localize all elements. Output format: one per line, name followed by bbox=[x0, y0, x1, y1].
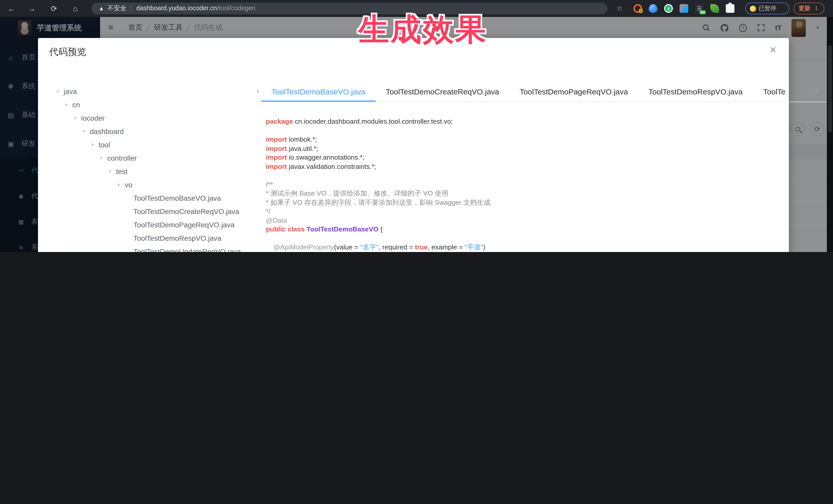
url-divider: | bbox=[130, 5, 133, 12]
file-tabs-bar: ‹ ToolTestDemoBaseVO.javaToolTestDemoCre… bbox=[257, 82, 785, 102]
file-tab[interactable]: ToolTestDemoPageReqVO.java bbox=[509, 82, 638, 102]
list-extension-icon[interactable]: ☰on bbox=[695, 4, 704, 13]
dialog-title: 代码预览 bbox=[49, 46, 86, 58]
file-tabs: ToolTestDemoBaseVO.javaToolTestDemoCreat… bbox=[261, 82, 813, 102]
puzzle-extension-icon[interactable] bbox=[726, 4, 735, 13]
caret-down-icon[interactable]: ▾ bbox=[118, 178, 125, 191]
tree-item-label: vo bbox=[125, 178, 133, 191]
tree-file[interactable]: ToolTestDemoUpdateReqVO.java bbox=[50, 245, 266, 252]
caret-down-icon[interactable]: ▾ bbox=[109, 165, 116, 178]
tabs-scroll-left-icon[interactable]: ‹ bbox=[257, 86, 259, 95]
code-line: */ bbox=[266, 207, 784, 216]
orange-ring-extension-icon[interactable]: 1 bbox=[633, 4, 642, 13]
tree-item-label: controller bbox=[107, 151, 137, 165]
tree-item-label: iocoder bbox=[81, 111, 105, 125]
code-line: /** bbox=[266, 180, 784, 189]
not-secure-warning-icon: ▲ bbox=[98, 5, 104, 11]
browser-update-button[interactable]: 更新 ⋮ bbox=[793, 3, 824, 15]
code-line: public class ToolTestDemoBaseVO { bbox=[266, 225, 784, 234]
tree-folder[interactable]: ▾java bbox=[50, 85, 266, 98]
caret-down-icon[interactable]: ▾ bbox=[74, 111, 81, 125]
home-icon[interactable]: ⌂ bbox=[69, 0, 81, 17]
code-line bbox=[266, 171, 784, 180]
squares-extension-icon[interactable] bbox=[680, 4, 688, 13]
code-line bbox=[266, 234, 784, 243]
url-host: dashboard.yudao.iocoder.cn bbox=[136, 5, 217, 12]
smiley-emoji-icon bbox=[750, 5, 756, 11]
code-line: import javax.validation.constraints.*; bbox=[266, 162, 784, 171]
caret-down-icon[interactable]: ▾ bbox=[65, 98, 72, 111]
paused-label: 已暂停 bbox=[759, 5, 776, 12]
green-y-extension-icon[interactable]: y bbox=[664, 4, 673, 13]
code-line: @NotNull(message = "名字不能为空") bbox=[266, 252, 784, 252]
tree-file[interactable]: ToolTestDemoRespVO.java bbox=[50, 232, 266, 245]
caret-down-icon[interactable]: ▾ bbox=[82, 125, 90, 138]
screenshot-root: ← → ⟳ ⌂ ▲不安全|dashboard.yudao.iocoder.cn/… bbox=[0, 0, 833, 252]
file-tab[interactable]: ToolTestDemoRespVO.java bbox=[638, 82, 753, 102]
caret-down-icon[interactable]: ▾ bbox=[100, 151, 107, 165]
extensions-row: 1y☰on bbox=[633, 0, 735, 17]
tree-folder[interactable]: ▾controller bbox=[50, 151, 266, 165]
tree-folder[interactable]: ▾iocoder bbox=[50, 111, 266, 125]
tree-folder[interactable]: ▾vo bbox=[50, 178, 266, 191]
caret-down-icon[interactable]: ▾ bbox=[56, 85, 64, 98]
update-label: 更新 bbox=[799, 5, 810, 12]
tree-item-label: ToolTestDemoPageReqVO.java bbox=[134, 218, 235, 232]
file-tab[interactable]: ToolTestDemoCreateReqVO.java bbox=[376, 82, 509, 102]
extension-badge: on bbox=[700, 10, 706, 15]
extension-badge: 1 bbox=[639, 9, 643, 13]
code-viewer: package cn.iocoder.dashboard.modules.too… bbox=[266, 117, 784, 252]
code-line: import java.util.*; bbox=[266, 144, 784, 153]
tree-item-label: tool bbox=[98, 138, 110, 151]
tree-item-label: java bbox=[64, 85, 77, 98]
close-icon[interactable]: ✕ bbox=[767, 44, 779, 56]
code-preview-dialog: 代码预览 ✕ ▾java▾cn▾iocoder▾dashboard▾tool▾c… bbox=[38, 38, 789, 252]
tree-item-label: ToolTestDemoBaseVO.java bbox=[134, 191, 221, 205]
code-line bbox=[266, 126, 784, 135]
tree-item-label: cn bbox=[72, 98, 80, 111]
code-line: * 测试示例 Base VO，提供给添加、修改、详细的子 VO 使用 bbox=[266, 189, 784, 198]
not-secure-label: 不安全 bbox=[107, 5, 126, 12]
tabs-border-extension bbox=[813, 102, 826, 102]
tree-folder[interactable]: ▾cn bbox=[50, 98, 266, 111]
code-line: @Data bbox=[266, 216, 784, 225]
code-line: * 如果子 VO 存在差异的字段，请不要添加到这里，影响 Swagger 文档生… bbox=[266, 198, 784, 207]
tree-folder[interactable]: ▾dashboard bbox=[50, 125, 266, 138]
tree-item-label: test bbox=[116, 165, 127, 178]
tree-item-label: ToolTestDemoCreateReqVO.java bbox=[134, 205, 239, 218]
tabs-scroll-right-icon[interactable]: › bbox=[815, 87, 818, 94]
url-path: /tool/codegen bbox=[217, 5, 255, 12]
paused-extension-pill[interactable]: 已暂停 bbox=[745, 3, 789, 15]
address-bar[interactable]: ▲不安全|dashboard.yudao.iocoder.cn/tool/cod… bbox=[91, 3, 608, 15]
tree-folder[interactable]: ▾test bbox=[50, 165, 266, 178]
leaf-extension-icon[interactable] bbox=[710, 4, 719, 13]
file-tree: ▾java▾cn▾iocoder▾dashboard▾tool▾controll… bbox=[50, 85, 266, 252]
caret-down-icon[interactable]: ▾ bbox=[91, 138, 98, 151]
code-line: import lombok.*; bbox=[266, 135, 784, 144]
tree-item-label: ToolTestDemoUpdateReqVO.java bbox=[134, 245, 241, 252]
back-icon[interactable]: ← bbox=[5, 0, 18, 17]
annotation-text: 生成效果 bbox=[358, 9, 487, 51]
bookmark-star-icon[interactable]: ☆ bbox=[614, 0, 625, 17]
file-tab[interactable]: ToolTestDemoBaseVO.java bbox=[261, 82, 376, 102]
tree-item-label: ToolTestDemoRespVO.java bbox=[134, 232, 221, 245]
reload-icon[interactable]: ⟳ bbox=[48, 0, 60, 17]
tree-file[interactable]: ToolTestDemoPageReqVO.java bbox=[50, 218, 266, 232]
file-tab[interactable]: ToolTe bbox=[753, 82, 796, 102]
code-line: package cn.iocoder.dashboard.modules.too… bbox=[266, 117, 784, 126]
code-line: import io.swagger.annotations.*; bbox=[266, 153, 784, 162]
tree-folder[interactable]: ▾tool bbox=[50, 138, 266, 151]
tree-file[interactable]: ToolTestDemoBaseVO.java bbox=[50, 191, 266, 205]
blue-drop-extension-icon[interactable] bbox=[649, 4, 658, 13]
kebab-menu-icon[interactable]: ⋮ bbox=[813, 5, 819, 12]
forward-icon[interactable]: → bbox=[26, 0, 38, 17]
tree-item-label: dashboard bbox=[90, 125, 124, 138]
code-line: @ApiModelProperty(value = "名字", required… bbox=[266, 243, 784, 252]
tree-file[interactable]: ToolTestDemoCreateReqVO.java bbox=[50, 205, 266, 218]
